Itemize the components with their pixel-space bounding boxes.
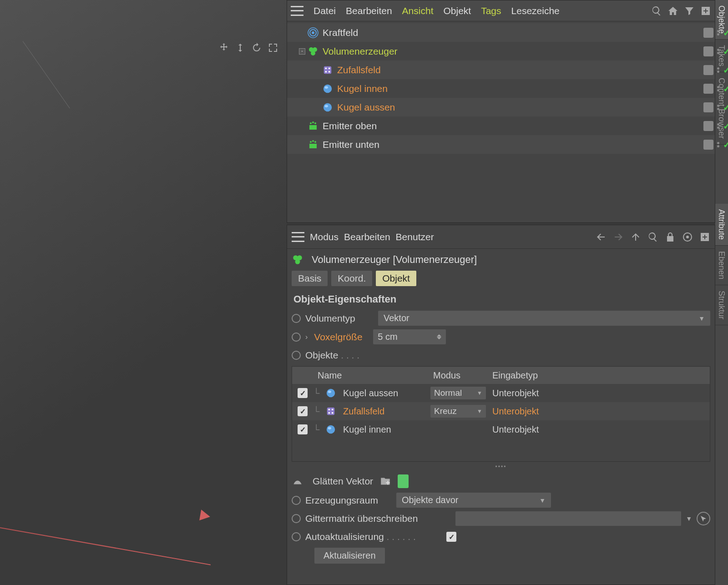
erzeugungsraum-dropdown[interactable]: Objekte davor ▼ — [396, 493, 551, 508]
layer-toggle[interactable] — [703, 121, 713, 131]
menu-bearbeiten[interactable]: Bearbeiten — [344, 232, 390, 242]
tree-toggle-icon[interactable]: - — [299, 48, 305, 55]
up-icon[interactable] — [630, 232, 641, 242]
frame-icon[interactable] — [266, 41, 280, 55]
menu-objekt[interactable]: Objekt — [443, 5, 471, 16]
radio-icon[interactable] — [292, 496, 301, 505]
tree-label[interactable]: Kugel innen — [337, 83, 388, 94]
mode-dropdown[interactable]: Normal▼ — [430, 387, 486, 399]
check-icon[interactable]: ✓ — [723, 46, 728, 57]
visibility-dots[interactable] — [717, 49, 719, 54]
check-icon[interactable]: ✓ — [723, 121, 728, 131]
tab-attribute[interactable]: Attribute — [715, 204, 728, 246]
tree-label[interactable]: Kugel aussen — [337, 102, 395, 113]
layer-toggle[interactable] — [703, 140, 713, 150]
target-icon[interactable] — [682, 232, 693, 242]
tree-row[interactable]: Zufallsfeld✓ — [287, 61, 715, 79]
tab-koord[interactable]: Koord. — [331, 271, 372, 286]
expand-arrow-icon[interactable]: › — [305, 333, 308, 341]
spinner-down-icon[interactable] — [437, 337, 441, 339]
table-row[interactable]: ✓└Kugel innenUnterobjekt — [292, 420, 710, 439]
tree-row[interactable]: Kugel innen✓ — [287, 79, 715, 98]
check-icon[interactable]: ✓ — [723, 139, 728, 150]
menu-ansicht[interactable]: Ansicht — [402, 5, 434, 16]
home-icon[interactable] — [667, 5, 678, 16]
layer-toggle[interactable] — [703, 65, 713, 75]
chevron-down-icon[interactable]: ▼ — [686, 515, 692, 522]
lock-icon[interactable] — [665, 232, 676, 242]
tree-label[interactable]: Emitter unten — [323, 139, 379, 150]
row-checkbox[interactable]: ✓ — [298, 406, 308, 416]
forward-icon[interactable] — [613, 232, 624, 242]
table-row[interactable]: ✓└Kugel aussenNormal▼Unterobjekt — [292, 384, 710, 402]
check-icon[interactable]: ✓ — [723, 83, 728, 94]
preset-chip[interactable] — [398, 474, 409, 488]
svg-point-8 — [329, 67, 330, 69]
tab-struktur[interactable]: Struktur — [715, 285, 728, 325]
visibility-dots[interactable] — [717, 67, 719, 73]
resize-handle[interactable]: •••• — [287, 462, 715, 472]
rotate-icon[interactable] — [250, 41, 263, 55]
row-checkbox[interactable]: ✓ — [298, 424, 308, 434]
radio-icon[interactable] — [292, 351, 301, 360]
check-icon[interactable]: ✓ — [723, 65, 728, 76]
auto-checkbox[interactable]: ✓ — [446, 532, 456, 542]
aktualisieren-button[interactable]: Aktualisieren — [314, 548, 385, 564]
row-checkbox[interactable]: ✓ — [298, 388, 308, 398]
layer-toggle[interactable] — [703, 84, 713, 94]
menu-lesezeiche[interactable]: Lesezeiche — [511, 5, 560, 16]
folder-add-icon[interactable] — [379, 474, 392, 488]
menu-tags[interactable]: Tags — [481, 5, 501, 16]
menu-modus[interactable]: Modus — [310, 232, 339, 242]
viewport[interactable] — [0, 0, 287, 585]
layer-toggle[interactable] — [703, 46, 713, 56]
radio-icon[interactable] — [292, 333, 301, 342]
tree-row[interactable]: Emitter unten✓ — [287, 135, 715, 154]
menu-benutzer[interactable]: Benutzer — [396, 232, 434, 242]
volumentyp-dropdown[interactable]: Vektor ▼ — [378, 311, 710, 326]
check-icon[interactable]: ✓ — [723, 27, 728, 38]
filter-icon[interactable] — [684, 5, 695, 16]
tree-label[interactable]: Emitter oben — [323, 121, 377, 131]
tree-row[interactable]: -Volumenerzeuger✓ — [287, 42, 715, 61]
tree-row[interactable]: Emitter oben✓ — [287, 116, 715, 135]
updown-icon[interactable] — [233, 41, 247, 55]
tree-label[interactable]: Zufallsfeld — [337, 65, 381, 76]
row-name: Kugel aussen — [343, 388, 398, 398]
menu-bearbeiten[interactable]: Bearbeiten — [346, 5, 392, 16]
search-icon[interactable] — [651, 5, 662, 16]
tree-label[interactable]: Volumenerzeuger — [323, 46, 398, 57]
hamburger-icon[interactable] — [292, 232, 304, 242]
tree-row[interactable]: Kraftfeld✓ — [287, 23, 715, 42]
add-icon[interactable] — [699, 232, 710, 242]
visibility-dots[interactable] — [717, 142, 719, 147]
gittermatrix-input[interactable] — [455, 511, 681, 526]
picker-icon[interactable] — [697, 512, 710, 525]
voxel-spinner[interactable]: 5 cm — [373, 329, 446, 344]
search-icon[interactable] — [647, 232, 658, 242]
radio-icon[interactable] — [292, 314, 301, 323]
tab-ebenen[interactable]: Ebenen — [715, 246, 728, 285]
smooth-icon[interactable] — [292, 475, 303, 487]
hamburger-icon[interactable] — [291, 6, 303, 16]
tree-row[interactable]: Kugel aussen✓ — [287, 98, 715, 116]
tree-label[interactable]: Kraftfeld — [323, 27, 358, 38]
tab-basis[interactable]: Basis — [292, 271, 328, 286]
visibility-dots[interactable] — [717, 86, 719, 91]
layer-toggle[interactable] — [703, 28, 713, 38]
menu-datei[interactable]: Datei — [313, 5, 336, 16]
visibility-dots[interactable] — [717, 30, 719, 35]
back-icon[interactable] — [596, 232, 607, 242]
tab-objekt[interactable]: Objekt — [376, 271, 416, 286]
layer-toggle[interactable] — [703, 102, 713, 112]
radio-icon[interactable] — [292, 532, 301, 541]
mode-dropdown[interactable]: Kreuz▼ — [430, 405, 486, 418]
move-icon[interactable] — [217, 41, 231, 55]
radio-icon[interactable] — [292, 514, 301, 523]
check-icon[interactable]: ✓ — [723, 102, 728, 113]
visibility-dots[interactable] — [717, 105, 719, 110]
visibility-dots[interactable] — [717, 123, 719, 129]
add-icon[interactable] — [700, 5, 711, 16]
table-row[interactable]: ✓└ZufallsfeldKreuz▼Unterobjekt — [292, 402, 710, 420]
spinner-up-icon[interactable] — [437, 334, 441, 337]
